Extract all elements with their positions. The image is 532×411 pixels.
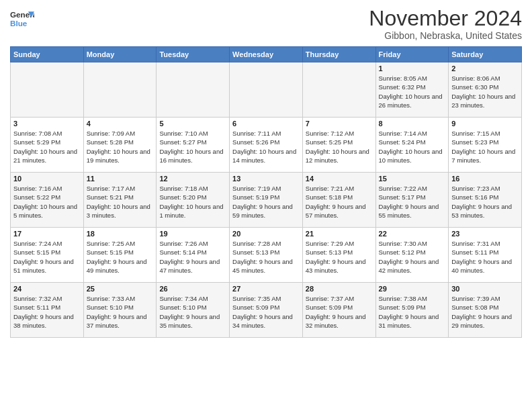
calendar-cell: 15Sunrise: 7:22 AMSunset: 5:17 PMDayligh…: [375, 173, 449, 228]
logo: General Blue: [10, 7, 34, 31]
title-block: November 2024 Gibbon, Nebraska, United S…: [369, 7, 522, 41]
day-number: 9: [451, 120, 519, 128]
calendar-week-row: 17Sunrise: 7:24 AMSunset: 5:15 PMDayligh…: [11, 228, 522, 283]
day-info: Sunrise: 7:32 AMSunset: 5:11 PMDaylight:…: [13, 294, 81, 330]
day-number: 15: [379, 175, 446, 183]
day-info: Sunrise: 7:21 AMSunset: 5:18 PMDaylight:…: [306, 184, 373, 220]
calendar-week-row: 1Sunrise: 8:05 AMSunset: 6:32 PMDaylight…: [11, 62, 522, 118]
day-number: 19: [159, 230, 226, 238]
day-number: 27: [232, 285, 300, 293]
day-number: 29: [379, 285, 446, 293]
day-number: 24: [13, 285, 81, 293]
calendar-cell: [11, 62, 84, 118]
day-info: Sunrise: 7:14 AMSunset: 5:24 PMDaylight:…: [379, 129, 446, 165]
calendar-week-row: 10Sunrise: 7:16 AMSunset: 5:22 PMDayligh…: [11, 173, 522, 228]
day-number: 4: [87, 120, 154, 128]
day-info: Sunrise: 7:12 AMSunset: 5:25 PMDaylight:…: [306, 129, 373, 165]
day-info: Sunrise: 7:29 AMSunset: 5:13 PMDaylight:…: [306, 239, 373, 275]
weekday-header-thursday: Thursday: [302, 47, 375, 62]
day-number: 2: [451, 64, 519, 73]
calendar-cell: 7Sunrise: 7:12 AMSunset: 5:25 PMDaylight…: [302, 118, 375, 173]
calendar-cell: 20Sunrise: 7:28 AMSunset: 5:13 PMDayligh…: [230, 228, 303, 283]
day-info: Sunrise: 7:10 AMSunset: 5:27 PMDaylight:…: [159, 129, 226, 165]
day-number: 16: [451, 175, 519, 183]
day-number: 18: [87, 230, 154, 238]
day-number: 20: [232, 230, 300, 238]
calendar-cell: 30Sunrise: 7:39 AMSunset: 5:08 PMDayligh…: [449, 283, 522, 338]
calendar-cell: 28Sunrise: 7:37 AMSunset: 5:09 PMDayligh…: [302, 283, 375, 338]
day-number: 6: [232, 120, 300, 128]
day-number: 28: [306, 285, 373, 293]
day-number: 30: [451, 285, 519, 293]
day-info: Sunrise: 7:26 AMSunset: 5:14 PMDaylight:…: [159, 239, 226, 275]
day-info: Sunrise: 7:34 AMSunset: 5:10 PMDaylight:…: [159, 294, 226, 330]
calendar-cell: 26Sunrise: 7:34 AMSunset: 5:10 PMDayligh…: [157, 283, 230, 338]
day-number: 3: [13, 120, 81, 128]
calendar-cell: 22Sunrise: 7:30 AMSunset: 5:12 PMDayligh…: [375, 228, 449, 283]
calendar-cell: 16Sunrise: 7:23 AMSunset: 5:16 PMDayligh…: [449, 173, 522, 228]
day-number: 22: [379, 230, 446, 238]
day-info: Sunrise: 7:31 AMSunset: 5:11 PMDaylight:…: [451, 239, 519, 275]
day-info: Sunrise: 7:37 AMSunset: 5:09 PMDaylight:…: [306, 294, 373, 330]
day-number: 25: [87, 285, 154, 293]
calendar-cell: 11Sunrise: 7:17 AMSunset: 5:21 PMDayligh…: [83, 173, 157, 228]
day-info: Sunrise: 7:24 AMSunset: 5:15 PMDaylight:…: [13, 239, 81, 275]
weekday-header-sunday: Sunday: [11, 47, 84, 62]
location: Gibbon, Nebraska, United States: [369, 30, 522, 41]
month-title: November 2024: [369, 7, 522, 30]
page: General Blue November 2024 Gibbon, Nebra…: [0, 0, 532, 345]
calendar-cell: 18Sunrise: 7:25 AMSunset: 5:15 PMDayligh…: [83, 228, 157, 283]
calendar-week-row: 24Sunrise: 7:32 AMSunset: 5:11 PMDayligh…: [11, 283, 522, 338]
calendar-cell: [230, 62, 303, 118]
calendar-cell: 6Sunrise: 7:11 AMSunset: 5:26 PMDaylight…: [230, 118, 303, 173]
day-number: 17: [13, 230, 81, 238]
calendar-cell: [302, 62, 375, 118]
day-info: Sunrise: 7:17 AMSunset: 5:21 PMDaylight:…: [87, 184, 154, 220]
calendar-cell: 14Sunrise: 7:21 AMSunset: 5:18 PMDayligh…: [302, 173, 375, 228]
day-info: Sunrise: 7:38 AMSunset: 5:09 PMDaylight:…: [379, 294, 446, 330]
day-number: 1: [379, 64, 446, 73]
day-number: 7: [306, 120, 373, 128]
calendar-cell: 17Sunrise: 7:24 AMSunset: 5:15 PMDayligh…: [11, 228, 84, 283]
logo-icon: General Blue: [10, 7, 34, 31]
calendar-cell: 5Sunrise: 7:10 AMSunset: 5:27 PMDaylight…: [157, 118, 230, 173]
day-info: Sunrise: 7:33 AMSunset: 5:10 PMDaylight:…: [87, 294, 154, 330]
day-info: Sunrise: 7:39 AMSunset: 5:08 PMDaylight:…: [451, 294, 519, 330]
calendar-cell: [83, 62, 157, 118]
calendar-cell: 19Sunrise: 7:26 AMSunset: 5:14 PMDayligh…: [157, 228, 230, 283]
calendar-cell: 29Sunrise: 7:38 AMSunset: 5:09 PMDayligh…: [375, 283, 449, 338]
header: General Blue November 2024 Gibbon, Nebra…: [10, 7, 522, 41]
calendar-cell: 8Sunrise: 7:14 AMSunset: 5:24 PMDaylight…: [375, 118, 449, 173]
weekday-header-row: SundayMondayTuesdayWednesdayThursdayFrid…: [11, 47, 522, 62]
day-info: Sunrise: 7:25 AMSunset: 5:15 PMDaylight:…: [87, 239, 154, 275]
calendar-cell: 23Sunrise: 7:31 AMSunset: 5:11 PMDayligh…: [449, 228, 522, 283]
calendar-week-row: 3Sunrise: 7:08 AMSunset: 5:29 PMDaylight…: [11, 118, 522, 173]
day-info: Sunrise: 8:05 AMSunset: 6:32 PMDaylight:…: [379, 74, 446, 109]
day-info: Sunrise: 7:18 AMSunset: 5:20 PMDaylight:…: [159, 184, 226, 220]
calendar-cell: 27Sunrise: 7:35 AMSunset: 5:09 PMDayligh…: [230, 283, 303, 338]
calendar-cell: 25Sunrise: 7:33 AMSunset: 5:10 PMDayligh…: [83, 283, 157, 338]
day-info: Sunrise: 7:28 AMSunset: 5:13 PMDaylight:…: [232, 239, 300, 275]
day-info: Sunrise: 7:16 AMSunset: 5:22 PMDaylight:…: [13, 184, 81, 220]
day-info: Sunrise: 7:22 AMSunset: 5:17 PMDaylight:…: [379, 184, 446, 220]
weekday-header-wednesday: Wednesday: [230, 47, 303, 62]
calendar-cell: 2Sunrise: 8:06 AMSunset: 6:30 PMDaylight…: [449, 62, 522, 118]
day-number: 5: [159, 120, 226, 128]
day-info: Sunrise: 7:15 AMSunset: 5:23 PMDaylight:…: [451, 129, 519, 165]
calendar-cell: 3Sunrise: 7:08 AMSunset: 5:29 PMDaylight…: [11, 118, 84, 173]
day-info: Sunrise: 7:19 AMSunset: 5:19 PMDaylight:…: [232, 184, 300, 220]
day-info: Sunrise: 7:35 AMSunset: 5:09 PMDaylight:…: [232, 294, 300, 330]
day-number: 13: [232, 175, 300, 183]
day-info: Sunrise: 7:08 AMSunset: 5:29 PMDaylight:…: [13, 129, 81, 165]
day-number: 14: [306, 175, 373, 183]
calendar-cell: 1Sunrise: 8:05 AMSunset: 6:32 PMDaylight…: [375, 62, 449, 118]
svg-text:Blue: Blue: [10, 19, 28, 28]
day-info: Sunrise: 7:09 AMSunset: 5:28 PMDaylight:…: [87, 129, 154, 165]
day-info: Sunrise: 8:06 AMSunset: 6:30 PMDaylight:…: [451, 74, 519, 109]
calendar-cell: 9Sunrise: 7:15 AMSunset: 5:23 PMDaylight…: [449, 118, 522, 173]
day-number: 10: [13, 175, 81, 183]
calendar: SundayMondayTuesdayWednesdayThursdayFrid…: [10, 46, 522, 338]
day-number: 21: [306, 230, 373, 238]
calendar-cell: 10Sunrise: 7:16 AMSunset: 5:22 PMDayligh…: [11, 173, 84, 228]
calendar-cell: 4Sunrise: 7:09 AMSunset: 5:28 PMDaylight…: [83, 118, 157, 173]
